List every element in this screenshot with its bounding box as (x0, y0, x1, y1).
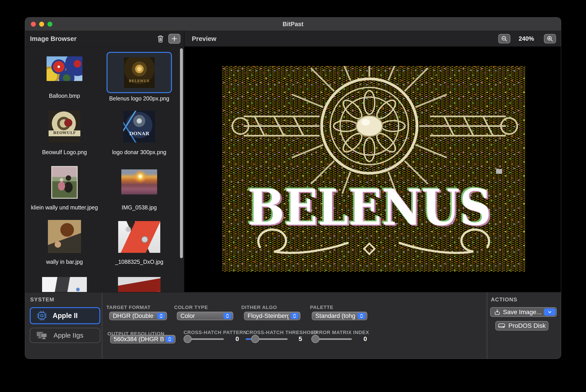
thumbnail-img-0538[interactable] (121, 169, 157, 194)
app-window: BitPast Image Browser (25, 18, 561, 359)
thumbnail-balloon[interactable] (47, 56, 82, 81)
stepper-icon (166, 336, 174, 342)
stepper-icon (157, 313, 165, 319)
magnifier-minus-icon (501, 35, 508, 42)
trash-icon (157, 35, 164, 43)
thumbnail-donar[interactable]: DONAR (123, 111, 155, 142)
plus-icon (171, 36, 178, 42)
logo-text: BELENUS (248, 178, 491, 236)
error-matrix-index-value: 0 (363, 336, 367, 342)
cpu-chip-icon (37, 311, 47, 321)
thumbnail-kliein[interactable] (51, 166, 78, 199)
zoom-out-button[interactable] (498, 34, 510, 44)
system-apple2gs-button[interactable]: Apple IIgs (30, 328, 100, 343)
system-section-title: SYSTEM (30, 296, 54, 303)
zoom-level: 240% (519, 31, 534, 46)
window-title: BitPast (25, 18, 561, 31)
stepper-icon (223, 313, 231, 319)
image-browser-header: Image Browser (25, 31, 184, 46)
dither-algo-select[interactable]: Floyd-Steinberg (244, 312, 300, 320)
save-image-button[interactable]: Save Image... (490, 307, 557, 317)
target-format-select[interactable]: DHGR (Double Hi-… (109, 312, 167, 320)
filename: Beowulf Logo.png (42, 149, 87, 156)
chevron-down-icon (547, 310, 552, 314)
save-image-label: Save Image... (503, 308, 542, 316)
dual-monitor-icon (37, 331, 48, 340)
color-type-select[interactable]: Color (177, 312, 233, 320)
thumbnail-partial-right[interactable] (118, 277, 161, 292)
thumb-overlay-text: BELENUS (124, 79, 155, 83)
disk-drive-icon (498, 323, 505, 328)
stepper-icon (357, 313, 365, 319)
magnifier-plus-icon (546, 35, 553, 42)
thumb-overlay-text: BEOWULF (49, 131, 80, 135)
fullscreen-window-button[interactable] (48, 22, 52, 27)
color-type-value: Color (180, 312, 222, 320)
traffic-lights (31, 22, 52, 27)
minimize-window-button[interactable] (39, 22, 44, 27)
slider-knob[interactable] (184, 335, 192, 343)
preview-title: Preview (192, 31, 216, 46)
divider (487, 292, 487, 359)
palette-select[interactable]: Standard (tohgr) (312, 312, 367, 320)
target-format-label: TARGET FORMAT (106, 304, 151, 310)
preview-header: Preview 240% (184, 31, 561, 46)
cross-hatch-pattern-slider[interactable] (184, 334, 224, 344)
slider-knob[interactable] (311, 335, 319, 343)
dither-algo-value: Floyd-Steinberg (248, 312, 289, 320)
image-browser-title: Image Browser (30, 31, 77, 46)
cross-hatch-threshold-slider[interactable] (246, 334, 288, 344)
thumbnail-selection: BELENUS (107, 52, 172, 93)
divider (102, 292, 102, 359)
target-format-value: DHGR (Double Hi-… (113, 312, 155, 320)
save-icon (494, 309, 500, 315)
bottom-bar: SYSTEM Apple II (25, 292, 561, 359)
output-resolution-select[interactable]: 560x384 (DHGR Best) (110, 335, 176, 344)
titlebar: BitPast (25, 18, 561, 31)
close-window-button[interactable] (31, 22, 36, 27)
filename: wally in bar.jpg (46, 259, 83, 265)
filename: logo donar 300px.png (112, 149, 166, 156)
dither-algo-label: DITHER ALGO (241, 304, 277, 310)
error-matrix-index-slider[interactable] (312, 334, 352, 344)
output-resolution-value: 560x384 (DHGR Best) (114, 336, 164, 343)
prodos-disk-label: ProDOS Disk (508, 322, 545, 329)
filename: _1088325_DxO.jpg (115, 259, 163, 265)
filename: Belenus logo 200px.png (109, 95, 169, 102)
prodos-disk-button[interactable]: ProDOS Disk (495, 321, 548, 330)
thumbnail-dxo[interactable] (118, 221, 160, 253)
filename: IMG_0538.jpg (122, 204, 157, 211)
system-apple2-button[interactable]: Apple II (30, 307, 100, 324)
filename: kliein wally und mutter.jpeg (31, 204, 98, 211)
color-type-label: COLOR TYPE (174, 304, 208, 310)
preview-panel: Preview 240% (184, 31, 561, 292)
zoom-in-button[interactable] (544, 34, 556, 44)
thumbnail-beowulf[interactable]: BEOWULF (49, 111, 80, 142)
add-image-button[interactable] (168, 34, 180, 44)
delete-image-button[interactable] (157, 35, 164, 43)
cross-hatch-pattern-value: 0 (235, 336, 239, 342)
actions-section-title: ACTIONS (491, 296, 517, 303)
cross-hatch-threshold-value: 5 (299, 336, 302, 342)
browser-scrollbar[interactable] (180, 48, 183, 258)
preview-image: BELENUS BELENUS BELENUS (222, 66, 525, 272)
dither-artifact (496, 169, 502, 174)
system-apple2-label: Apple II (53, 312, 78, 320)
slider-knob[interactable] (251, 335, 259, 343)
preview-canvas: BELENUS BELENUS BELENUS (184, 46, 561, 292)
thumbnail-wally[interactable] (48, 220, 81, 253)
thumbnail-belenus-selected[interactable]: BELENUS (124, 57, 155, 88)
stepper-icon (291, 313, 299, 319)
palette-label: PALETTE (310, 304, 333, 310)
filename: Balloon.bmp (49, 93, 80, 99)
image-browser-panel: Image Browser Balloon (25, 31, 184, 292)
palette-value: Standard (tohgr) (315, 312, 356, 320)
thumb-overlay-text: DONAR (123, 131, 155, 136)
system-apple2gs-label: Apple IIgs (54, 332, 83, 339)
thumbnail-partial-left[interactable] (42, 277, 87, 292)
thumbnail-grid: Balloon.bmp BELENUS Belenus logo 200px.p… (25, 46, 184, 292)
save-options-chevron[interactable] (544, 308, 555, 316)
